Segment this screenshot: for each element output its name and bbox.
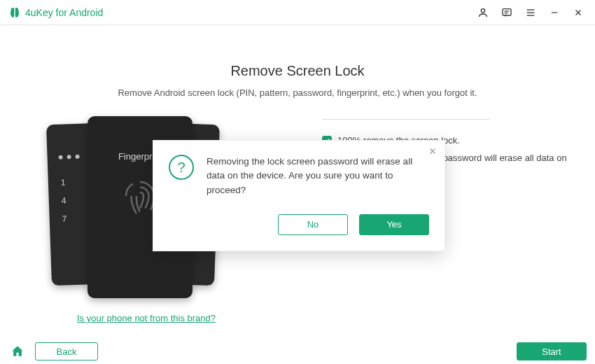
main-content: Remove Screen Lock Remove Android screen… <box>0 25 595 339</box>
minimize-button[interactable] <box>546 4 563 21</box>
svg-point-0 <box>481 8 484 12</box>
dialog-yes-button[interactable]: Yes <box>359 214 429 235</box>
page-subtitle: Remove Android screen lock (PIN, pattern… <box>28 88 567 98</box>
app-logo: 4uKey for Android <box>8 6 103 19</box>
logo-icon <box>8 6 21 19</box>
home-icon <box>10 344 24 358</box>
dialog-message: Removing the lock screen password will e… <box>206 155 429 197</box>
back-button[interactable]: Back <box>35 342 98 360</box>
close-button[interactable] <box>570 4 587 21</box>
footer-bar: Back Start <box>0 339 595 364</box>
svg-rect-1 <box>503 8 511 15</box>
account-icon[interactable] <box>475 4 491 21</box>
close-icon <box>428 146 438 156</box>
start-button[interactable]: Start <box>517 342 587 360</box>
other-brand-link[interactable]: Is your phone not from this brand? <box>77 313 216 323</box>
app-title: 4uKey for Android <box>25 7 103 18</box>
menu-icon[interactable] <box>522 4 539 21</box>
title-bar: 4uKey for Android <box>0 0 595 25</box>
dialog-no-button[interactable]: No <box>278 214 348 235</box>
dialog-close-button[interactable] <box>428 146 438 156</box>
question-icon: ? <box>169 155 194 180</box>
feedback-icon[interactable] <box>498 4 515 21</box>
page-title: Remove Screen Lock <box>28 63 567 79</box>
home-button[interactable] <box>8 342 27 360</box>
confirm-dialog: ? Removing the lock screen password will… <box>153 140 445 251</box>
